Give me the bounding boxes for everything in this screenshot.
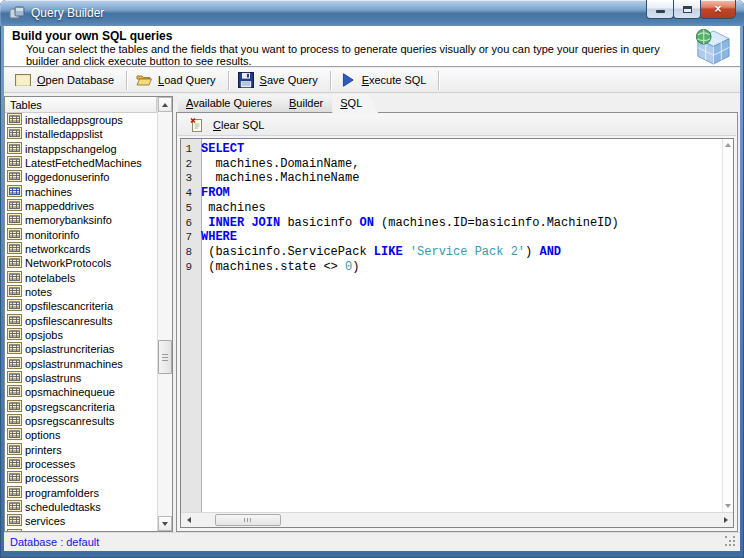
table-list-item[interactable]: opsmachinequeue bbox=[5, 385, 157, 399]
table-list-item[interactable]: processors bbox=[5, 471, 157, 485]
code-text: machines.DomainName, bbox=[197, 157, 359, 172]
table-icon bbox=[7, 213, 22, 227]
table-list-item[interactable]: printers bbox=[5, 443, 157, 457]
line-number: 5 bbox=[181, 201, 197, 216]
titlebar[interactable]: Query Builder × bbox=[0, 0, 744, 26]
table-icon bbox=[7, 371, 22, 385]
table-icon bbox=[7, 170, 22, 184]
table-list-item[interactable]: notelabels bbox=[5, 271, 157, 285]
table-icon bbox=[7, 443, 22, 457]
open-database-button[interactable]: Open Database bbox=[9, 69, 123, 91]
sql-tab-pane: Clear SQL 1 SELECT 2 machines.DomainName… bbox=[176, 112, 738, 532]
tabstrip: Available Quieres Builder SQL bbox=[176, 94, 738, 112]
table-list-item[interactable]: installedappslist bbox=[5, 127, 157, 141]
table-icon bbox=[7, 314, 22, 328]
table-icon bbox=[7, 127, 22, 141]
tables-list-header[interactable]: Tables bbox=[5, 97, 157, 113]
table-list-item[interactable]: notes bbox=[5, 285, 157, 299]
table-icon bbox=[7, 271, 22, 285]
sql-editor[interactable]: 1 SELECT 2 machines.DomainName, 3 machin… bbox=[180, 138, 734, 528]
table-list-item[interactable]: options bbox=[5, 428, 157, 442]
tab-sql[interactable]: SQL bbox=[332, 94, 378, 113]
code-text: (basicinfo.ServicePack LIKE 'Service Pac… bbox=[197, 245, 561, 260]
table-list-item[interactable]: machines bbox=[5, 185, 157, 199]
table-list-item[interactable]: opsregscancriteria bbox=[5, 400, 157, 414]
table-list-item[interactable]: memorybanksinfo bbox=[5, 213, 157, 227]
clear-sql-button[interactable]: Clear SQL bbox=[181, 115, 272, 135]
table-list-item[interactable]: networkcards bbox=[5, 242, 157, 256]
table-icon bbox=[7, 185, 22, 199]
open-folder-icon bbox=[136, 72, 152, 88]
table-list-item[interactable]: scheduledtasks bbox=[5, 500, 157, 514]
table-list-item[interactable]: LatestFetchedMachines bbox=[5, 156, 157, 170]
table-icon bbox=[7, 199, 22, 213]
save-query-button[interactable]: Save Query bbox=[232, 69, 327, 91]
execute-sql-button[interactable]: Execute SQL bbox=[334, 69, 436, 91]
code-line: 3 machines.MachineName bbox=[181, 171, 722, 186]
table-list-item[interactable]: installedappsgroups bbox=[5, 113, 157, 127]
code-text: machines.MachineName bbox=[197, 171, 359, 186]
editor-horizontal-scrollbar[interactable] bbox=[181, 512, 733, 527]
code-line: 6 INNER JOIN basicinfo ON (machines.ID=b… bbox=[181, 216, 722, 231]
tab-available-quieres[interactable]: Available Quieres bbox=[178, 95, 288, 112]
table-list-item[interactable]: NetworkProtocols bbox=[5, 256, 157, 270]
table-list-item[interactable]: services bbox=[5, 514, 157, 528]
scroll-up-button[interactable] bbox=[158, 97, 172, 112]
code-line: 1 SELECT bbox=[181, 142, 722, 157]
table-list-item[interactable]: instappschangelog bbox=[5, 142, 157, 156]
table-icon bbox=[7, 256, 22, 270]
close-button[interactable]: × bbox=[700, 0, 736, 19]
sql-code-area[interactable]: 1 SELECT 2 machines.DomainName, 3 machin… bbox=[181, 139, 722, 512]
editor-hscroll-thumb[interactable] bbox=[215, 514, 281, 526]
code-text: (machines.state <> 0) bbox=[197, 260, 359, 275]
table-list-item[interactable]: opsfilescanresults bbox=[5, 314, 157, 328]
minimize-button[interactable] bbox=[646, 0, 674, 19]
table-icon bbox=[7, 242, 22, 256]
table-list-item[interactable]: opslastruncriterias bbox=[5, 342, 157, 356]
editor-scroll-right-arrow-icon bbox=[724, 517, 728, 523]
line-number: 2 bbox=[181, 157, 197, 172]
line-number: 9 bbox=[181, 260, 197, 275]
tab-builder[interactable]: Builder bbox=[281, 95, 339, 112]
table-list-item[interactable]: opsfilescancriteria bbox=[5, 299, 157, 313]
maximize-button[interactable] bbox=[673, 0, 701, 19]
database-table-icon bbox=[15, 72, 31, 88]
table-icon bbox=[7, 113, 22, 127]
table-list-item[interactable]: programfolders bbox=[5, 486, 157, 500]
scroll-down-button[interactable] bbox=[158, 516, 172, 531]
table-list-item[interactable]: shareaccess bbox=[5, 529, 157, 531]
load-query-button[interactable]: Load Query bbox=[130, 69, 225, 91]
window-title: Query Builder bbox=[31, 6, 104, 20]
table-list-item[interactable]: opsregscanresults bbox=[5, 414, 157, 428]
main-toolbar: Open Database Load Query Save Query Exec… bbox=[4, 68, 740, 93]
line-number: 4 bbox=[181, 186, 197, 201]
line-number: 7 bbox=[181, 230, 197, 245]
table-list-item[interactable]: mappeddrives bbox=[5, 199, 157, 213]
table-list-item[interactable]: processes bbox=[5, 457, 157, 471]
table-list-item[interactable]: opslastrunmachines bbox=[5, 357, 157, 371]
sql-cube-icon bbox=[693, 27, 732, 66]
table-list-item[interactable]: opslastruns bbox=[5, 371, 157, 385]
query-panel: Available Quieres Builder SQL Clear SQL … bbox=[176, 94, 738, 532]
tables-scrollbar-thumb[interactable] bbox=[158, 340, 172, 374]
save-floppy-icon bbox=[238, 72, 254, 88]
table-list-item[interactable]: loggedonuserinfo bbox=[5, 170, 157, 184]
maximize-icon bbox=[683, 6, 692, 13]
minimize-icon bbox=[656, 10, 665, 13]
window-controls: × bbox=[647, 0, 736, 19]
line-number: 1 bbox=[181, 142, 197, 157]
table-icon bbox=[7, 342, 22, 356]
table-list-item[interactable]: opsjobs bbox=[5, 328, 157, 342]
play-icon bbox=[340, 72, 356, 88]
editor-vertical-scrollbar[interactable] bbox=[722, 139, 733, 512]
close-icon: × bbox=[714, 3, 721, 15]
table-list-item[interactable]: monitorinfo bbox=[5, 228, 157, 242]
editor-scroll-down-arrow-icon bbox=[725, 504, 731, 508]
table-icon bbox=[7, 228, 22, 242]
query-builder-window: Query Builder × Build your own SQL queri… bbox=[0, 0, 744, 558]
resize-grip-icon[interactable] bbox=[725, 536, 737, 548]
clear-sql-label: Clear SQL bbox=[213, 119, 264, 131]
tables-scrollbar[interactable] bbox=[157, 97, 172, 531]
toolbar-separator bbox=[126, 71, 127, 90]
editor-scroll-left-arrow-icon bbox=[187, 517, 191, 523]
